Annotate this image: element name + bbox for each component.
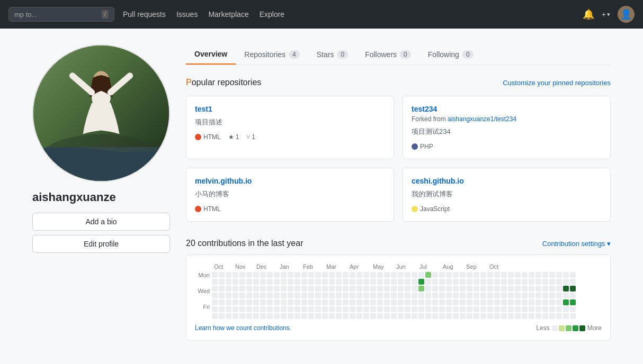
repo-desc-test234: 项目测试234	[412, 127, 602, 136]
contrib-cell	[219, 286, 225, 292]
contrib-cell	[288, 313, 293, 319]
repo-lang-test1: HTML	[195, 133, 221, 141]
contrib-cell	[246, 272, 252, 278]
contrib-cell	[233, 272, 238, 278]
contrib-cell	[467, 299, 472, 305]
contrib-cell	[529, 299, 534, 305]
contrib-cell	[412, 313, 417, 319]
tab-repositories[interactable]: Repositories 4	[236, 44, 308, 65]
contrib-cell	[288, 272, 293, 278]
contrib-cell	[329, 313, 335, 319]
contrib-cell	[343, 313, 349, 319]
contrib-cell	[522, 286, 528, 292]
notification-icon[interactable]: 🔔	[583, 8, 594, 20]
customize-pinned-link[interactable]: Customize your pinned repositories	[503, 79, 611, 87]
contrib-cell	[246, 286, 252, 292]
contrib-cell	[556, 286, 562, 292]
contrib-cell	[563, 279, 569, 285]
contrib-cell	[377, 279, 383, 285]
nav-pull-requests[interactable]: Pull requests	[123, 10, 166, 19]
contrib-cell	[260, 286, 266, 292]
contrib-cell	[535, 286, 541, 292]
repo-name-melvin[interactable]: melvin.github.io	[195, 177, 252, 185]
contrib-cell	[398, 272, 404, 278]
week-col	[233, 272, 238, 319]
contrib-cell	[460, 272, 466, 278]
contrib-cell	[315, 293, 321, 298]
contrib-cell	[467, 272, 472, 278]
contrib-cell	[384, 313, 390, 319]
nav-explore[interactable]: Explore	[260, 10, 284, 19]
week-col	[212, 272, 218, 319]
contrib-cell	[322, 313, 328, 319]
contrib-cell	[246, 306, 252, 312]
contrib-cell	[487, 306, 493, 312]
week-col	[487, 272, 493, 319]
tab-followers[interactable]: Followers 0	[356, 44, 419, 65]
contrib-cell	[460, 293, 466, 298]
user-avatar-nav[interactable]: 👤	[618, 6, 635, 23]
contrib-cell	[370, 299, 376, 305]
learn-contributions-link[interactable]: Learn how we count contributions.	[195, 324, 291, 332]
contrib-cell	[501, 272, 507, 278]
nav-marketplace[interactable]: Marketplace	[208, 10, 248, 19]
contrib-cell	[549, 299, 555, 305]
repo-name-test234[interactable]: test234	[412, 105, 437, 113]
contrib-cell	[274, 286, 280, 292]
plus-button[interactable]: + ▾	[602, 10, 610, 19]
stars-count: 0	[337, 50, 348, 59]
repo-fork-info-test234: Forked from aishangxuanze1/test234	[412, 115, 602, 123]
contrib-cell	[350, 279, 355, 285]
contrib-cell	[453, 286, 459, 292]
contrib-cell	[570, 279, 576, 285]
contrib-cell	[467, 286, 472, 292]
repo-name-test1[interactable]: test1	[195, 105, 212, 113]
contrib-cell	[336, 279, 342, 285]
contrib-cell	[474, 306, 479, 312]
contrib-cell	[329, 299, 335, 305]
contrib-cell	[432, 299, 438, 305]
nav-issues[interactable]: Issues	[176, 10, 198, 19]
contrib-cell	[233, 286, 238, 292]
week-col	[412, 272, 417, 319]
fork-source-link[interactable]: aishangxuanze1/test234	[448, 115, 516, 123]
contrib-cell	[439, 286, 445, 292]
repo-lang-test234: PHP	[412, 143, 433, 150]
contrib-cell	[274, 293, 280, 298]
contrib-cell	[219, 272, 225, 278]
contrib-cell	[529, 279, 534, 285]
contrib-cell	[446, 299, 452, 305]
contrib-cell	[356, 299, 362, 305]
popular-repos-title: Popular repositories	[186, 78, 261, 87]
contrib-cell	[301, 279, 307, 285]
contrib-cell	[370, 279, 376, 285]
tab-following[interactable]: Following 0	[419, 44, 482, 65]
contrib-cell	[549, 272, 555, 278]
week-col	[356, 272, 362, 319]
contrib-cell	[446, 286, 452, 292]
contrib-cell	[439, 279, 445, 285]
contrib-cell	[474, 313, 479, 319]
edit-profile-button[interactable]: Edit profile	[32, 235, 170, 253]
contrib-cell	[294, 279, 300, 285]
contrib-cell	[246, 293, 252, 298]
add-bio-button[interactable]: Add a bio	[32, 213, 170, 231]
contrib-cell	[239, 286, 245, 292]
contrib-cell	[474, 279, 479, 285]
contrib-cell	[467, 293, 472, 298]
week-col	[329, 272, 335, 319]
contribution-settings-link[interactable]: Contribution settings ▾	[542, 240, 611, 248]
repo-name-ceshi[interactable]: ceshi.github.io	[412, 177, 464, 185]
contrib-cell	[563, 313, 569, 319]
contrib-cell	[480, 306, 486, 312]
repo-card-test1: test1 项目描述 HTML ★ 1 ⑂ 1	[186, 96, 394, 159]
contrib-cell	[549, 293, 555, 298]
contrib-cell	[356, 279, 362, 285]
contrib-cell	[412, 279, 417, 285]
tab-stars[interactable]: Stars 0	[308, 44, 356, 65]
contrib-cell	[501, 299, 507, 305]
tab-overview[interactable]: Overview	[186, 44, 236, 65]
contrib-cell	[301, 286, 307, 292]
week-col	[274, 272, 280, 319]
search-box[interactable]: mp to... /	[8, 7, 114, 22]
